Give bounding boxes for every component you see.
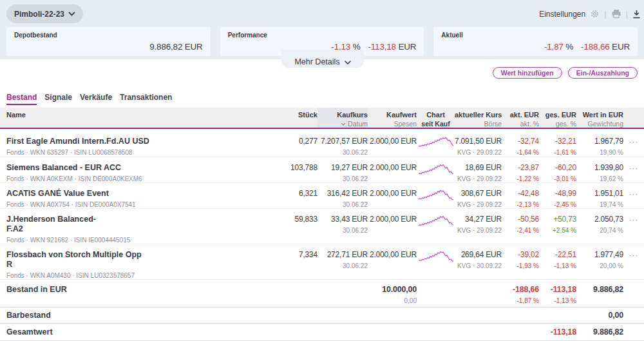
cell-shares: 103,788 xyxy=(270,157,317,182)
col-name[interactable]: Name xyxy=(0,108,270,128)
cell-value: 1.939,8019,62 % xyxy=(576,157,623,182)
col-value[interactable]: Wert in EURGewichtung xyxy=(576,108,623,128)
cell-buy-price: 7.207,57 EUR30.06.22 xyxy=(317,128,368,157)
col-buy-value[interactable]: KaufwertSpesen xyxy=(368,108,417,128)
depot-name: Pimboli-22-23 xyxy=(14,10,64,19)
tab-3[interactable]: Transaktionen xyxy=(120,93,172,105)
card-label: Performance xyxy=(228,32,417,39)
summary-row: Bestand in EUR 10.000,000,00 -188,66-1,8… xyxy=(0,279,644,307)
sparkline-chart xyxy=(419,188,453,202)
cell-value: 0,00 xyxy=(576,307,623,323)
settings-label[interactable]: Einstellungen xyxy=(539,10,585,19)
cell-buy-value: 2.000,00 EUR xyxy=(368,208,417,244)
tab-2[interactable]: Verkäufe xyxy=(80,93,112,105)
cell-buy-price: 316,42 EUR30.06.22 xyxy=(317,182,368,208)
sort-chevron-icon xyxy=(341,122,346,126)
tab-1[interactable]: Signale xyxy=(44,93,72,105)
cell-name: Barbestand xyxy=(0,307,270,323)
table-row[interactable]: ACATIS GANÉ Value Event Fonds · WKN A0X7… xyxy=(0,182,644,208)
col-menu xyxy=(623,108,644,128)
tab-bar: BestandSignaleVerkäufeTransaktionen xyxy=(0,93,644,105)
fund-name-line2: F.A2 xyxy=(6,224,270,234)
cell-value: 1.951,0119,74 % xyxy=(576,182,623,208)
cell-name: Flossbach von Storch Multiple OppR Fonds… xyxy=(0,244,270,279)
col-buy-price[interactable]: Kaufkurs Datum xyxy=(317,108,368,128)
cell-chart xyxy=(417,244,455,279)
cell-chart xyxy=(417,157,455,182)
table-row[interactable]: Siemens Balanced - EUR ACC Fonds · WKN A… xyxy=(0,157,644,182)
card-label: Depotbestand xyxy=(14,32,203,39)
table-row[interactable]: First Eagle Amundi Intern.Fd.AU USD Fond… xyxy=(0,128,644,157)
cell-chart xyxy=(417,182,455,208)
cell-value: 9.886,82 xyxy=(576,323,623,340)
cell-name: Gesamtwert xyxy=(0,323,270,340)
card-value: 9.886,82 EUR xyxy=(149,42,202,52)
depot-selector-button[interactable]: Pimboli-22-23 xyxy=(6,5,83,23)
cell-akt xyxy=(502,307,539,323)
cell-buy-value xyxy=(368,323,417,340)
cell-akt: -188,66-1,87 % xyxy=(502,279,539,307)
tab-0[interactable]: Bestand xyxy=(6,93,37,105)
row-menu-button[interactable]: ··· xyxy=(623,128,644,157)
cell-current-price: 269,64 EURKVG · 30.09.22 xyxy=(455,244,502,279)
cell-current-price: 7.091,50 EURKVG · 29.09.22 xyxy=(455,128,502,157)
summary-row: Barbestand 0,00 xyxy=(0,307,644,323)
fund-details: Fonds · WKN A0X754 · ISIN DE000A0X7541 xyxy=(6,201,270,208)
deposit-withdrawal-button[interactable]: Ein-/Auszahlung xyxy=(568,67,638,79)
gear-icon[interactable] xyxy=(590,9,600,19)
cell-name: Bestand in EUR xyxy=(0,279,270,307)
sparkline-chart xyxy=(419,135,453,150)
cell-value: 1.977,4920,00 % xyxy=(576,244,623,279)
fund-name: Flossbach von Storch Multiple Opp xyxy=(6,250,270,260)
cell-name: ACATIS GANÉ Value Event Fonds · WKN A0X7… xyxy=(0,182,270,208)
cell-buy-value: 2.000,00 EUR xyxy=(368,182,417,208)
fund-name-line2: R xyxy=(6,260,270,269)
cell-ges: +50,73+2,54 % xyxy=(539,208,576,244)
row-menu-button[interactable]: ··· xyxy=(623,157,644,182)
col-akt-eur[interactable]: akt. EURakt. % xyxy=(502,108,539,128)
table-row[interactable]: Flossbach von Storch Multiple OppR Fonds… xyxy=(0,244,644,279)
fund-name: ACATIS GANÉ Value Event xyxy=(6,189,270,199)
divider: | xyxy=(604,9,606,19)
col-ges-eur[interactable]: ges. EURges. % xyxy=(539,108,576,128)
download-icon[interactable] xyxy=(632,10,641,19)
cell-value: 2.050,7320,74 % xyxy=(576,208,623,244)
cell-buy-value: 2.000,00 EUR xyxy=(368,244,417,279)
summary-row: Gesamtwert -113,18 9.886,82 xyxy=(0,323,644,340)
cell-ges: -60,20-3,01 % xyxy=(539,157,576,182)
card-aktuell: Aktuell -1,87 %-188,66 EUR xyxy=(433,27,638,56)
fund-name: Siemens Balanced - EUR ACC xyxy=(6,163,270,173)
cell-current-price: 18,69 EURKVG · 29.09.22 xyxy=(455,157,502,182)
row-menu-button[interactable]: ··· xyxy=(623,244,644,279)
card-label: Aktuell xyxy=(441,32,630,39)
cell-buy-price: 272,71 EUR30.06.22 xyxy=(317,244,368,279)
cell-shares: 6,321 xyxy=(270,182,317,208)
fund-name: First Eagle Amundi Intern.Fd.AU USD xyxy=(6,137,270,146)
printer-icon[interactable] xyxy=(611,9,621,19)
cell-shares: 59,833 xyxy=(270,208,317,244)
cell-ges: -22,51-1,13 % xyxy=(539,244,576,279)
cell-ges: -113,18-1,13 % xyxy=(539,279,576,307)
col-chart[interactable]: Chartseit Kauf xyxy=(417,108,455,128)
header-band: Pimboli-22-23 Einstellungen | | Depotbes… xyxy=(0,0,644,59)
cell-buy-value: 2.000,00 EUR xyxy=(368,157,417,182)
cell-buy-value: 2.000,00 EUR xyxy=(368,128,417,157)
divider: | xyxy=(626,9,628,19)
cell-name: Siemens Balanced - EUR ACC Fonds · WKN A… xyxy=(0,157,270,182)
cell-buy-value: 10.000,000,00 xyxy=(368,279,417,307)
cell-name: J.Henderson Balanced-F.A2 Fonds · WKN 92… xyxy=(0,208,270,244)
add-value-button[interactable]: Wert hinzufügen xyxy=(493,67,562,79)
cell-current-price: 34,27 EURKVG · 29.09.22 xyxy=(455,208,502,244)
col-current-price[interactable]: aktueller KursBörse xyxy=(455,108,502,128)
cell-name: First Eagle Amundi Intern.Fd.AU USD Fond… xyxy=(0,128,270,157)
row-menu-button[interactable]: ··· xyxy=(623,208,644,244)
cell-ges: -113,18 xyxy=(539,323,576,340)
cell-value: 1.967,7919,90 % xyxy=(576,128,623,157)
table-row[interactable]: J.Henderson Balanced-F.A2 Fonds · WKN 92… xyxy=(0,208,644,244)
row-menu-button[interactable]: ··· xyxy=(623,182,644,208)
cell-shares: 7,334 xyxy=(270,244,317,279)
sparkline-chart xyxy=(419,213,453,228)
col-shares[interactable]: Stück xyxy=(270,108,317,128)
sparkline-chart xyxy=(419,249,453,264)
cell-value: 9.886,82 xyxy=(576,279,623,307)
